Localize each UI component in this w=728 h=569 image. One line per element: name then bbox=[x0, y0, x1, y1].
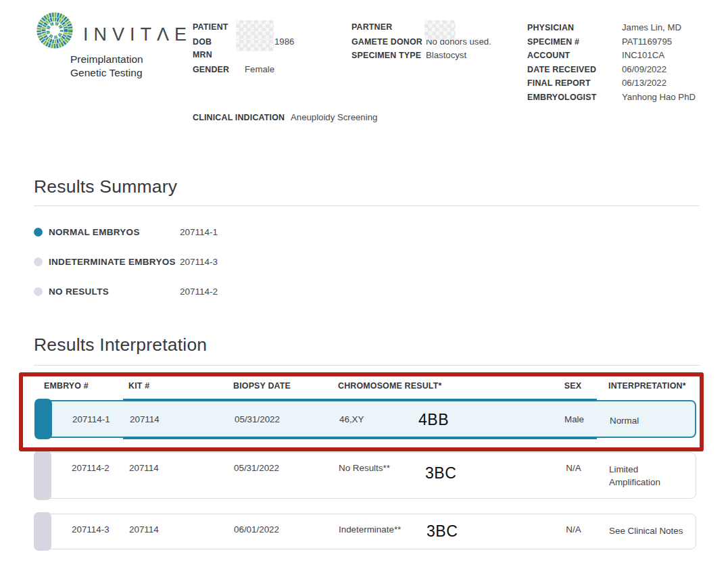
specimen-number-label: SPECIMEN # bbox=[527, 37, 622, 47]
chromosome-result-text: Indeterminate** bbox=[339, 524, 401, 535]
summary-item-label: NORMAL EMBRYOS bbox=[49, 227, 180, 237]
header-kit: KIT # bbox=[125, 381, 230, 391]
pgt-report-page: INVITΛE Preimplantation Genetic Testing … bbox=[0, 0, 728, 569]
cell-sex: N/A bbox=[538, 514, 609, 535]
embryologist-row: EMBRYOLOGIST Yanhong Hao PhD bbox=[527, 92, 696, 106]
specimen-type-row: SPECIMEN TYPE Blastocyst bbox=[351, 50, 491, 64]
summary-item-label: NO RESULTS bbox=[49, 287, 180, 297]
partner-row: PARTNER bbox=[351, 22, 491, 36]
cell-embryo: 207114-1 bbox=[42, 401, 126, 424]
final-report-label: FINAL REPORT bbox=[527, 78, 622, 88]
cell-embryo: 207114-3 bbox=[41, 514, 126, 535]
physician-info-block: PHYSICIAN James Lin, MD SPECIMEN # PAT11… bbox=[527, 22, 696, 105]
header-sex: SEX bbox=[537, 381, 608, 391]
mrn-label: MRN bbox=[193, 50, 245, 59]
brand-tagline: Preimplantation Genetic Testing bbox=[70, 53, 143, 79]
account-row: ACCOUNT INC101CA bbox=[527, 50, 696, 64]
results-summary-list: NORMAL EMBRYOS 207114-1 INDETERMINATE EM… bbox=[34, 225, 218, 314]
specimen-number-row: SPECIMEN # PAT1169795 bbox=[527, 36, 696, 51]
header-embryo: EMBRYO # bbox=[41, 381, 125, 391]
physician-value: James Lin, MD bbox=[622, 22, 681, 32]
partner-label: PARTNER bbox=[351, 22, 426, 32]
summary-item-indeterminate: INDETERMINATE EMBRYOS 207114-3 bbox=[34, 255, 218, 268]
cell-interpretation: Limited Amplification bbox=[609, 453, 696, 489]
normal-status-dot-icon bbox=[34, 228, 43, 237]
clinical-indication-label: CLINICAL INDICATION bbox=[193, 113, 291, 122]
dob-redaction bbox=[236, 40, 274, 51]
header-chromosome-result: CHROMOSOME RESULT* bbox=[335, 381, 537, 391]
tagline-line-2: Genetic Testing bbox=[70, 66, 143, 80]
table-header-row: EMBRYO # KIT # BIOPSY DATE CHROMOSOME RE… bbox=[41, 376, 696, 400]
cell-biopsy-date: 05/31/2022 bbox=[230, 453, 335, 473]
cell-biopsy-date: 05/31/2022 bbox=[231, 401, 336, 424]
date-received-row: DATE RECEIVED 06/09/2022 bbox=[527, 64, 696, 78]
cell-kit: 207114 bbox=[126, 514, 230, 535]
table-row-embryo-3: 207114-3 207114 06/01/2022 Indeterminate… bbox=[41, 514, 696, 549]
cell-chromosome-result: No Results** 3BC bbox=[335, 453, 538, 473]
summary-item-value: 207114-1 bbox=[180, 227, 218, 237]
clinical-indication-row: CLINICAL INDICATION Aneuploidy Screening bbox=[193, 112, 377, 122]
specimen-number-value: PAT1169795 bbox=[622, 36, 672, 47]
date-received-label: DATE RECEIVED bbox=[527, 65, 622, 74]
partner-name-redaction bbox=[424, 20, 456, 40]
table-row-embryo-1: 207114-1 207114 05/31/2022 46,XY 4BB Mal… bbox=[41, 400, 696, 438]
no-results-status-dot-icon bbox=[34, 287, 43, 296]
summary-divider bbox=[34, 205, 700, 206]
grade-annotation: 3BC bbox=[427, 522, 458, 541]
header-interpretation: INTERPRETATION* bbox=[608, 381, 696, 391]
partner-info-block: PARTNER GAMETE DONOR No donors used. SPE… bbox=[351, 22, 491, 64]
gender-label: GENDER bbox=[193, 65, 245, 74]
patient-name-redaction bbox=[236, 20, 274, 41]
results-interpretation-table: EMBRYO # KIT # BIOPSY DATE CHROMOSOME RE… bbox=[41, 376, 696, 549]
date-received-value: 06/09/2022 bbox=[622, 64, 666, 74]
specimen-type-value: Blastocyst bbox=[426, 50, 466, 60]
cell-chromosome-result: Indeterminate** 3BC bbox=[335, 514, 538, 535]
interpretation-divider bbox=[34, 365, 700, 366]
mrn-row: MRN bbox=[193, 50, 294, 64]
specimen-type-label: SPECIMEN TYPE bbox=[351, 51, 426, 60]
cell-chromosome-result: 46,XY 4BB bbox=[336, 401, 539, 424]
cell-biopsy-date: 06/01/2022 bbox=[230, 514, 335, 535]
embryologist-label: EMBRYOLOGIST bbox=[527, 93, 622, 102]
gender-value: Female bbox=[245, 64, 274, 74]
clinical-indication-value: Aneuploidy Screening bbox=[291, 112, 377, 122]
header-biopsy-date: BIOPSY DATE bbox=[230, 381, 335, 391]
brand-wordmark: INVITΛE bbox=[83, 24, 192, 45]
summary-item-label: INDETERMINATE EMBRYOS bbox=[49, 257, 180, 267]
tagline-line-1: Preimplantation bbox=[70, 53, 143, 66]
results-summary-title: Results Summary bbox=[34, 176, 177, 197]
final-report-value: 06/13/2022 bbox=[622, 78, 666, 88]
summary-item-value: 207114-3 bbox=[180, 257, 218, 267]
physician-row: PHYSICIAN James Lin, MD bbox=[527, 22, 696, 36]
indeterminate-status-dot-icon bbox=[34, 257, 43, 266]
results-interpretation-title: Results Interpretation bbox=[34, 335, 207, 355]
gamete-donor-label: GAMETE DONOR bbox=[351, 37, 426, 47]
physician-label: PHYSICIAN bbox=[527, 23, 622, 32]
gamete-donor-row: GAMETE DONOR No donors used. bbox=[351, 36, 491, 51]
grade-annotation: 3BC bbox=[425, 464, 456, 483]
cell-sex: Male bbox=[539, 401, 610, 424]
cell-kit: 207114 bbox=[126, 401, 231, 424]
account-label: ACCOUNT bbox=[527, 51, 622, 60]
cell-embryo: 207114-2 bbox=[41, 453, 126, 473]
account-value: INC101CA bbox=[622, 50, 664, 60]
summary-item-value: 207114-2 bbox=[180, 287, 218, 297]
gender-row: GENDER Female bbox=[193, 64, 294, 78]
table-row-embryo-2: 207114-2 207114 05/31/2022 No Results** … bbox=[41, 452, 696, 499]
grade-annotation: 4BB bbox=[418, 411, 449, 429]
cell-interpretation: Normal bbox=[610, 401, 695, 427]
chromosome-result-text: No Results** bbox=[339, 463, 390, 473]
invitae-logo-icon bbox=[35, 11, 74, 50]
final-report-row: FINAL REPORT 06/13/2022 bbox=[527, 78, 696, 92]
cell-interpretation: See Clinical Notes bbox=[609, 514, 696, 537]
embryologist-value: Yanhong Hao PhD bbox=[622, 92, 696, 102]
cell-kit: 207114 bbox=[126, 453, 230, 473]
summary-item-no-results: NO RESULTS 207114-2 bbox=[34, 284, 218, 298]
summary-item-normal: NORMAL EMBRYOS 207114-1 bbox=[34, 225, 218, 239]
cell-sex: N/A bbox=[538, 453, 609, 473]
chromosome-result-text: 46,XY bbox=[339, 414, 364, 424]
